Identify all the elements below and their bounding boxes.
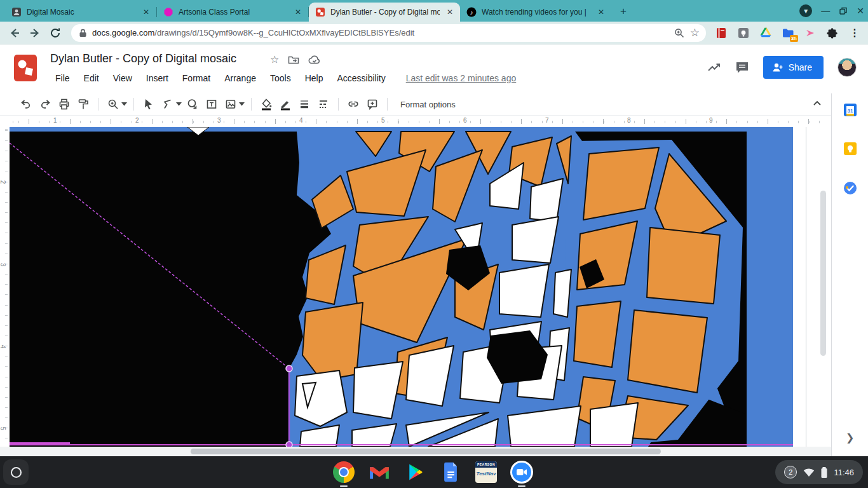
fill-color-icon[interactable] — [257, 95, 275, 113]
menu-edit[interactable]: Edit — [79, 72, 104, 85]
share-button[interactable]: Share — [763, 56, 824, 79]
wifi-icon — [803, 468, 815, 477]
vertical-ruler: 2 3 4 5 — [0, 127, 10, 447]
star-document-icon[interactable]: ☆ — [270, 53, 279, 65]
tab-title: Watch trending videos for you | — [482, 8, 591, 17]
edit-toolbar: Format options — [0, 93, 868, 116]
drawings-header: Dylan Butler - Copy of Digital mosaic ☆ … — [0, 44, 868, 93]
vertical-scrollbar[interactable] — [820, 191, 826, 356]
tab-close-icon[interactable]: ✕ — [141, 7, 151, 17]
shape-tool-icon[interactable] — [184, 95, 201, 113]
line-color-icon[interactable] — [276, 95, 294, 113]
zoom-app-icon[interactable] — [509, 459, 534, 485]
tab-title: Digital Mosaic — [27, 8, 136, 17]
image-dropdown-caret[interactable] — [238, 95, 245, 113]
menu-help[interactable]: Help — [300, 72, 329, 85]
pink-arrow-extension-icon[interactable] — [803, 26, 817, 40]
extensions-puzzle-icon[interactable] — [825, 26, 839, 40]
menu-insert[interactable]: Insert — [141, 72, 173, 85]
pearson-testnav-app-icon[interactable]: PEARSON TestNav — [473, 459, 499, 485]
tab-close-icon[interactable]: ✕ — [293, 7, 303, 17]
print-icon[interactable] — [55, 95, 73, 113]
paint-format-icon[interactable] — [74, 95, 92, 113]
hide-side-panel-icon[interactable]: ❯ — [846, 431, 854, 444]
pearson-label: PEARSON — [475, 461, 497, 468]
close-window-icon[interactable]: ✕ — [857, 6, 864, 16]
url-input[interactable]: docs.google.com/drawings/d/15Qymf9ow8K--… — [71, 24, 706, 42]
tab-tiktok[interactable]: ♪ Watch trending videos for you | ✕ — [460, 3, 611, 22]
account-avatar[interactable] — [837, 58, 857, 77]
gmail-app-icon[interactable] — [367, 459, 392, 485]
menu-file[interactable]: File — [50, 72, 75, 85]
bookmark-star-icon[interactable]: ☆ — [690, 26, 700, 39]
selection-handle[interactable] — [286, 442, 292, 447]
lock-icon — [79, 29, 87, 37]
line-weight-icon[interactable] — [295, 95, 313, 113]
zoom-tool-icon[interactable] — [104, 95, 122, 113]
extension-red-book-icon[interactable] — [714, 26, 728, 40]
insert-image-icon[interactable] — [222, 95, 240, 113]
cloud-saved-icon[interactable] — [308, 55, 321, 65]
testnav-label: TestNav — [475, 471, 497, 477]
menu-view[interactable]: View — [108, 72, 137, 85]
extension-gray-icon[interactable] — [736, 26, 750, 40]
chrome-app-icon[interactable] — [331, 459, 356, 485]
notification-count-badge: 2 — [784, 466, 797, 478]
svg-text:♪: ♪ — [470, 9, 473, 16]
menu-format[interactable]: Format — [177, 72, 215, 85]
document-title[interactable]: Dylan Butler - Copy of Digital mosaic — [50, 52, 236, 65]
selection-handle[interactable] — [286, 365, 292, 372]
insert-link-icon[interactable] — [344, 95, 362, 113]
minimize-button[interactable]: — — [821, 6, 830, 16]
activity-trend-icon[interactable] — [707, 62, 721, 73]
play-store-app-icon[interactable] — [402, 459, 428, 485]
tab-artsonia[interactable]: Artsonia Class Portal ✕ — [157, 3, 308, 22]
reload-icon[interactable] — [47, 25, 64, 41]
tiktok-icon: ♪ — [466, 7, 477, 17]
redo-icon[interactable] — [36, 95, 54, 113]
back-icon[interactable] — [6, 25, 23, 41]
google-docs-app-icon[interactable] — [438, 459, 463, 485]
zoom-page-icon[interactable] — [674, 27, 685, 39]
format-options-button[interactable]: Format options — [400, 100, 456, 109]
forward-icon[interactable] — [27, 25, 43, 41]
line-dash-icon[interactable] — [315, 95, 332, 113]
status-tray[interactable]: 2 11:46 — [775, 460, 863, 484]
collapse-toolbar-icon[interactable] — [812, 98, 822, 107]
drawing-canvas[interactable] — [10, 127, 806, 447]
tab-search-icon[interactable]: ▼ — [799, 4, 812, 17]
tasks-icon[interactable] — [843, 181, 857, 195]
launcher-button[interactable] — [3, 459, 29, 485]
tab-drawings-active[interactable]: Dylan Butler - Copy of Digital mo ✕ — [309, 3, 460, 22]
artsonia-star-icon — [163, 7, 173, 17]
keep-icon[interactable] — [843, 142, 857, 156]
horizontal-ruler: 1 2 3 4 5 6 7 8 9 — [0, 116, 831, 127]
zoom-dropdown-caret[interactable] — [120, 95, 128, 113]
menu-accessibility[interactable]: Accessibility — [332, 72, 390, 85]
line-dropdown-caret[interactable] — [175, 95, 182, 113]
browser-menu-icon[interactable]: ⋮ — [848, 26, 862, 40]
horizontal-scrollbar-track[interactable] — [0, 447, 831, 456]
text-box-icon[interactable] — [203, 95, 220, 113]
undo-icon[interactable] — [17, 95, 35, 113]
blue-folder-extension-icon[interactable]: 3h — [781, 26, 795, 40]
insert-comment-icon[interactable] — [363, 95, 381, 113]
google-drawings-logo[interactable] — [13, 53, 38, 83]
menu-tools[interactable]: Tools — [265, 72, 296, 85]
battery-icon — [821, 467, 827, 478]
google-drive-icon[interactable] — [759, 26, 773, 40]
new-tab-button[interactable]: + — [615, 3, 632, 20]
calendar-icon[interactable]: 31 — [843, 103, 857, 117]
menu-arrange[interactable]: Arrange — [219, 72, 261, 85]
restore-button[interactable] — [839, 6, 848, 15]
select-tool-icon[interactable] — [140, 95, 158, 113]
move-folder-icon[interactable] — [288, 55, 299, 65]
tab-close-icon[interactable]: ✕ — [445, 7, 455, 17]
tab-close-icon[interactable]: ✕ — [596, 7, 606, 17]
line-tool-icon[interactable] — [159, 95, 177, 113]
last-edit-link[interactable]: Last edit was 2 minutes ago — [401, 72, 522, 85]
horizontal-scrollbar-thumb[interactable] — [191, 449, 661, 454]
tab-digital-mosaic[interactable]: Digital Mosaic ✕ — [5, 3, 156, 22]
comments-icon[interactable] — [735, 61, 749, 74]
menu-bar: File Edit View Insert Format Arrange Too… — [50, 72, 521, 85]
